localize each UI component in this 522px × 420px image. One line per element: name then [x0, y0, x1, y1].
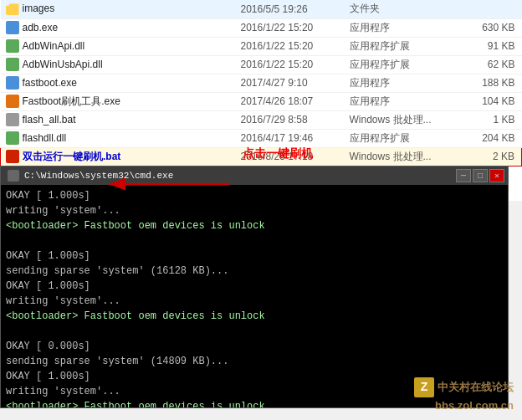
watermark-site1: 中关村在线论坛: [438, 379, 514, 396]
file-icon: [6, 58, 19, 71]
cmd-controls: ─ □ ✕: [456, 169, 504, 182]
file-icon: [6, 150, 19, 163]
cmd-line: sending sparse 'system' (14809 KB)...: [6, 354, 503, 369]
watermark-logo: Z 中关村在线论坛: [414, 377, 514, 397]
file-icon: [6, 21, 19, 34]
maximize-button[interactable]: □: [473, 169, 488, 182]
file-name: flashdll.dll: [23, 132, 67, 144]
table-row[interactable]: flash_all.bat2016/7/29 8:58Windows 批处理..…: [1, 110, 522, 129]
watermark-site2: bbs.zol.com.cn: [414, 397, 514, 414]
file-name: images: [23, 3, 55, 14]
file-table: images2016/5/5 19:26文件夹adb.exe2016/1/22 …: [0, 0, 522, 166]
cmd-line: OKAY [ 1.000s]: [6, 248, 503, 264]
cmd-content: OKAY [ 1.000s]writing 'system'...<bootlo…: [1, 185, 508, 407]
file-icon: [6, 131, 19, 145]
file-icon: [6, 2, 19, 15]
file-icon: [6, 76, 19, 90]
cmd-icon: [8, 170, 19, 182]
cmd-line: OKAY [ 0.000s]: [6, 339, 503, 354]
file-name: 双击运行一键刷机.bat: [23, 150, 120, 164]
file-icon: [6, 39, 19, 53]
z-logo-icon: Z: [414, 377, 434, 397]
cmd-line: OKAY [ 1.000s]: [6, 279, 503, 294]
table-row[interactable]: flashdll.dll2016/4/17 19:46应用程序扩展204 KB: [1, 129, 522, 147]
watermark: Z 中关村在线论坛 bbs.zol.com.cn: [414, 377, 514, 414]
file-name: Fastboot刷机工具.exe: [23, 95, 120, 109]
file-name: adb.exe: [23, 22, 59, 33]
cmd-line: writing 'system'...: [6, 203, 503, 218]
table-row[interactable]: AdbWinUsbApi.dll2016/1/22 15:20应用程序扩展62 …: [1, 55, 522, 74]
table-row[interactable]: fastboot.exe2017/4/27 9:10应用程序188 KB: [1, 74, 522, 92]
file-name: AdbWinUsbApi.dll: [23, 59, 103, 70]
minimize-button[interactable]: ─: [456, 169, 471, 182]
cmd-line: writing 'system'...: [6, 294, 503, 309]
file-name: AdbWinApi.dll: [23, 40, 85, 52]
file-name: fastboot.exe: [23, 77, 77, 89]
cmd-line: <bootloader> Fastboot oem devices is unl…: [6, 218, 503, 233]
cmd-line: OKAY [ 1.000s]: [6, 188, 503, 203]
table-row[interactable]: AdbWinApi.dll2016/1/22 15:20应用程序扩展91 KB: [1, 37, 522, 55]
cmd-titlebar: C:\Windows\system32\cmd.exe ─ □ ✕: [1, 166, 508, 185]
file-icon: [6, 113, 19, 126]
cmd-line: [6, 324, 503, 339]
file-name: flash_all.bat: [23, 114, 76, 125]
cmd-line: <bootloader> Fastboot oem devices is unl…: [6, 309, 503, 324]
table-row[interactable]: images2016/5/5 19:26文件夹: [1, 0, 522, 18]
cmd-line: sending sparse 'system' (16128 KB)...: [6, 264, 503, 279]
table-row[interactable]: Fastboot刷机工具.exe2017/4/26 18:07应用程序104 K…: [1, 92, 522, 110]
cmd-window[interactable]: C:\Windows\system32\cmd.exe ─ □ ✕ OKAY […: [0, 166, 509, 408]
annotation-label: 点击一键刷机: [243, 146, 313, 161]
file-icon: [6, 95, 19, 108]
cmd-line: [6, 233, 503, 248]
cmd-title: C:\Windows\system32\cmd.exe: [24, 171, 173, 181]
close-button[interactable]: ✕: [489, 169, 504, 182]
table-row[interactable]: adb.exe2016/1/22 15:20应用程序630 KB: [1, 18, 522, 37]
